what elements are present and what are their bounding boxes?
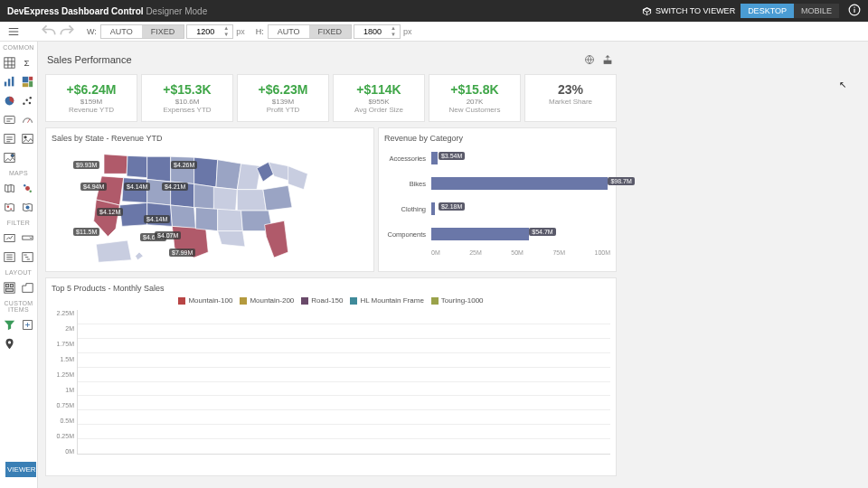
bar-label: Components xyxy=(384,230,431,239)
bar-label: Bikes xyxy=(384,180,431,188)
kpi-sub: $139M xyxy=(245,98,321,106)
category-bar-row: Bikes$98.7M xyxy=(384,174,610,193)
legend-item: Touring-1000 xyxy=(431,296,484,305)
svg-point-14 xyxy=(26,99,28,100)
svg-rect-17 xyxy=(5,116,14,123)
app-title: DevExpress Dashboard Control Designer Mo… xyxy=(7,6,207,16)
bubble-map-icon[interactable] xyxy=(0,198,19,217)
sales-map-panel[interactable]: Sales by State - Revenue YTD xyxy=(45,127,374,272)
svg-rect-36 xyxy=(5,288,13,291)
spinner-icon[interactable]: ▲▼ xyxy=(391,25,400,38)
custom-item-icon[interactable] xyxy=(19,315,38,334)
kpi-card[interactable]: 23%Market Share xyxy=(524,74,617,122)
width-input[interactable]: ▲▼ xyxy=(186,24,233,39)
map-data-label: $4.94M xyxy=(80,183,107,191)
height-input[interactable]: ▲▼ xyxy=(354,24,401,39)
map-data-label: $7.99M xyxy=(169,249,195,257)
info-icon[interactable] xyxy=(848,4,861,18)
image-item-icon[interactable] xyxy=(19,129,38,148)
dashboard-header: Sales Performance xyxy=(45,49,617,74)
bar-label: Clothing xyxy=(384,205,431,213)
combobox-filter-icon[interactable] xyxy=(19,229,38,248)
text-item-icon[interactable] xyxy=(0,129,19,148)
legend-item: HL Mountain Frame xyxy=(350,296,423,305)
pie-map-icon[interactable] xyxy=(19,198,38,217)
grid-item-icon[interactable] xyxy=(0,53,19,72)
panel-title: Top 5 Products - Monthly Sales xyxy=(52,284,610,293)
bound-image-icon[interactable] xyxy=(0,148,19,167)
chart-item-icon[interactable] xyxy=(0,72,19,91)
svg-point-23 xyxy=(25,186,30,191)
bar-label: Accessories xyxy=(384,155,431,163)
svg-point-28 xyxy=(26,205,30,209)
card-item-icon[interactable] xyxy=(0,110,19,129)
legend-item: Road-150 xyxy=(301,296,343,305)
kpi-label: Expenses YTD xyxy=(149,106,225,114)
width-mode-toggle[interactable]: AUTOFIXED xyxy=(100,24,184,39)
svg-point-20 xyxy=(24,136,26,138)
spinner-icon[interactable]: ▲▼ xyxy=(223,25,232,38)
gauge-item-icon[interactable] xyxy=(19,110,38,129)
switch-to-viewer-button[interactable]: SWITCH TO VIEWER xyxy=(637,5,741,18)
svg-rect-7 xyxy=(12,77,14,87)
marker-icon[interactable] xyxy=(0,334,19,353)
toolbar: W: AUTOFIXED ▲▼ px H: AUTOFIXED ▲▼ px xyxy=(0,22,868,42)
export-icon[interactable] xyxy=(600,52,615,67)
group-item-icon[interactable] xyxy=(0,278,19,297)
tab-container-icon[interactable] xyxy=(19,278,38,297)
svg-rect-2 xyxy=(854,7,854,8)
height-mode-toggle[interactable]: AUTOFIXED xyxy=(268,24,352,39)
kpi-card[interactable]: +$15.8K207KNew Customers xyxy=(429,74,521,122)
kpi-sub: 207K xyxy=(437,98,513,106)
nav-section-layout: LAYOUT xyxy=(0,267,37,278)
kpi-card[interactable]: +$15.3K$10.6MExpenses YTD xyxy=(141,74,233,122)
hamburger-icon[interactable] xyxy=(4,22,24,42)
cursor-icon: ↖ xyxy=(839,80,846,89)
svg-rect-40 xyxy=(604,61,611,64)
map-data-label: $11.5M xyxy=(73,228,99,236)
viewer-button[interactable]: VIEWER xyxy=(5,462,36,477)
map-data-label: $4.12M xyxy=(97,208,123,216)
listbox-filter-icon[interactable] xyxy=(0,248,19,267)
map-data-label: $4.07M xyxy=(155,231,181,239)
kpi-card[interactable]: +$6.23M$139MProfit YTD xyxy=(237,74,329,122)
choropleth-map-icon[interactable] xyxy=(0,179,19,198)
revenue-category-panel[interactable]: Revenue by Category Accessories$3.54MBik… xyxy=(378,127,617,272)
title-bar: DevExpress Dashboard Control Designer Mo… xyxy=(0,0,868,22)
panel-title: Sales by State - Revenue YTD xyxy=(52,134,368,143)
kpi-card[interactable]: +$114K$955KAvg Order Size xyxy=(333,74,425,122)
kpi-card[interactable]: +$6.24M$159MRevenue YTD xyxy=(45,74,137,122)
funnel-icon[interactable] xyxy=(0,315,19,334)
kpi-sub: $10.6M xyxy=(149,98,225,106)
svg-rect-3 xyxy=(5,58,14,68)
redo-icon[interactable] xyxy=(58,23,76,41)
top-products-chart-panel[interactable]: Top 5 Products - Monthly Sales Mountain-… xyxy=(45,277,617,476)
nav-section-filter: FILTER xyxy=(0,217,37,229)
pivot-item-icon[interactable]: Σ xyxy=(19,53,38,72)
width-label: W: xyxy=(87,27,97,36)
parameters-icon[interactable] xyxy=(582,52,597,67)
svg-point-16 xyxy=(29,102,31,104)
svg-point-38 xyxy=(8,341,11,343)
svg-rect-1 xyxy=(854,9,854,13)
kpi-value: +$15.8K xyxy=(437,82,513,97)
mobile-mode-button[interactable]: MOBILE xyxy=(794,4,839,18)
pie-item-icon[interactable] xyxy=(0,91,19,110)
undo-icon[interactable] xyxy=(40,23,58,41)
y-axis: 2.25M2M1.75M1.5M1.25M1M0.75M0.5M0.25M0M xyxy=(52,310,77,455)
geopoint-map-icon[interactable] xyxy=(19,179,38,198)
category-bar-row: Clothing$2.18M xyxy=(384,199,610,219)
kpi-label: New Customers xyxy=(437,106,513,114)
nav-section-custom: CUSTOM ITEMS xyxy=(0,297,37,315)
treeview-filter-icon[interactable] xyxy=(19,248,38,267)
map-data-label: $9.93M xyxy=(73,161,99,169)
svg-rect-34 xyxy=(5,284,8,286)
svg-point-22 xyxy=(11,154,14,156)
treemap-item-icon[interactable] xyxy=(19,72,38,91)
desktop-mode-button[interactable]: DESKTOP xyxy=(741,4,794,18)
svg-point-15 xyxy=(30,97,32,99)
design-canvas[interactable]: Sales Performance +$6.24M$159MRevenue YT… xyxy=(38,42,868,488)
range-filter-icon[interactable] xyxy=(0,229,19,248)
scatter-item-icon[interactable] xyxy=(19,91,38,110)
svg-rect-8 xyxy=(23,77,29,83)
